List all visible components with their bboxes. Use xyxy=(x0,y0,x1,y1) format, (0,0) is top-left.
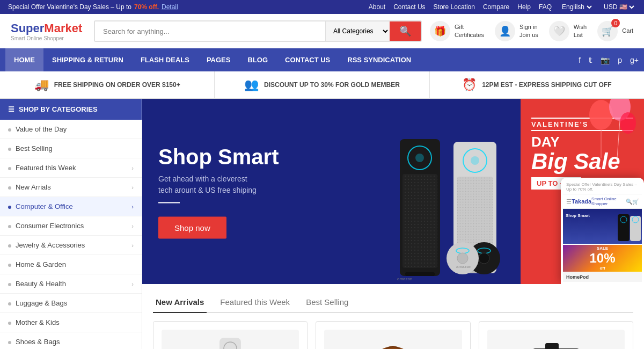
sidebar-item-jewelry[interactable]: Jewelry & Accessories › xyxy=(0,236,142,255)
phone-nav: ☰ Takada Smart Online Shopper 🔍 🛒 xyxy=(563,194,642,209)
menu-icon: ☰ xyxy=(8,105,14,113)
dot-icon xyxy=(8,186,11,190)
phone-cart-icon[interactable]: 🛒 xyxy=(632,199,639,205)
sidebar-item-shoes-bags[interactable]: Shoes & Bags xyxy=(0,332,142,349)
tab-new-arrivals[interactable]: New Arrivals xyxy=(153,292,207,313)
sidebar-item-luggage-bags[interactable]: Luggage & Bags xyxy=(0,294,142,312)
svg-point-2 xyxy=(415,154,424,162)
list-item: Consumer Electronics › xyxy=(0,216,142,236)
faq-link[interactable]: FAQ xyxy=(539,3,552,11)
chevron-right-icon: › xyxy=(131,242,134,249)
list-item: New Arrials › xyxy=(0,178,142,197)
list-item: Best Selling xyxy=(0,139,142,158)
sidebar-item-beauty-health[interactable]: Beauty & Health › xyxy=(0,274,142,293)
google-plus-icon[interactable]: g+ xyxy=(630,56,639,64)
hero-text: Shop Smart Get ahead with a cleverest te… xyxy=(158,144,279,238)
info-shipping-text: FREE SHIPPING ON ORDER OVER $150+ xyxy=(54,81,180,89)
nav-contact[interactable]: CONTACT US xyxy=(276,48,339,71)
shop-now-button[interactable]: Shop now xyxy=(158,216,226,238)
svg-point-12 xyxy=(471,156,479,165)
pinterest-icon[interactable]: p xyxy=(618,56,622,64)
sidebar-item-new-arrivals[interactable]: New Arrials › xyxy=(0,178,142,197)
dot-icon xyxy=(8,302,11,306)
gift-icon: 🎁 xyxy=(430,21,450,41)
list-item: Shoes & Bags xyxy=(0,332,142,349)
balloons-svg xyxy=(585,99,639,158)
compare-link[interactable]: Compare xyxy=(483,3,509,11)
twitter-icon[interactable]: 𝕥 xyxy=(589,56,592,64)
sidebar-item-best-selling[interactable]: Best Selling xyxy=(0,139,142,158)
phone-sale-off: off xyxy=(599,266,605,271)
svg-point-9 xyxy=(479,253,489,264)
svg-text:amazon: amazon xyxy=(456,264,471,269)
nav-pages[interactable]: PAGES xyxy=(198,48,239,71)
content-area: Shop Smart Get ahead with a cleverest te… xyxy=(142,99,644,349)
facebook-icon[interactable]: f xyxy=(579,56,581,64)
about-link[interactable]: About xyxy=(369,3,385,11)
nav-home[interactable]: HOME xyxy=(5,48,43,71)
tab-best-selling[interactable]: Best Selling xyxy=(303,292,351,313)
dot-icon xyxy=(8,244,11,248)
product-image-3 xyxy=(487,330,625,349)
info-discount: 👥 DISCOUNT UP TO 30% FOR GOLD MEMBER xyxy=(215,71,429,98)
search-button[interactable]: 🔍 xyxy=(390,21,421,41)
phone-hero-banner: Shop Smart xyxy=(563,209,642,244)
nav-blog[interactable]: BLOG xyxy=(239,48,276,71)
header: SuperMarket Smart Online Shopper All Cat… xyxy=(0,14,644,48)
phone-sale-label: SALE xyxy=(597,246,608,251)
speaker-group-left xyxy=(397,139,443,284)
product-card-3 xyxy=(479,321,633,349)
store-location-link[interactable]: Store Location xyxy=(434,3,475,11)
phone-sale-banner: SALE 10% off xyxy=(563,245,642,272)
top-bar-links: About Contact Us Store Location Compare … xyxy=(369,3,636,11)
sidebar-item-mother-kids[interactable]: Mother & Kids xyxy=(0,313,142,332)
cart-text: Cart xyxy=(622,27,633,35)
product-camera-svg xyxy=(526,335,586,349)
offer-discount: 70% off. xyxy=(134,3,159,11)
search-input[interactable] xyxy=(95,21,325,41)
product-image-1 xyxy=(162,330,299,349)
gift-certificates-button[interactable]: 🎁 GiftCertificates xyxy=(430,21,484,41)
top-bar: Special Offer Valentine's Day Sales – Up… xyxy=(0,0,644,14)
main-content: ☰ SHOP BY CATEGORIES Value of the Day Be… xyxy=(0,99,644,349)
dot-icon xyxy=(8,283,11,286)
dot-icon xyxy=(8,225,11,228)
heart-icon: 🤍 xyxy=(549,21,569,41)
currency-select[interactable]: USD 🇺🇸 xyxy=(602,3,636,11)
help-link[interactable]: Help xyxy=(517,3,531,11)
wishlist-button[interactable]: 🤍 WishList xyxy=(549,21,587,41)
sidebar-item-consumer-electronics[interactable]: Consumer Electronics › xyxy=(0,216,142,235)
search-category-select[interactable]: All Categories xyxy=(325,21,390,41)
sidebar-menu: Value of the Day Best Selling Featured t… xyxy=(0,120,142,349)
hero-section: Shop Smart Get ahead with a cleverest te… xyxy=(142,99,644,284)
language-select[interactable]: Englilsh xyxy=(560,3,594,11)
signin-button[interactable]: 👤 Sign inJoin us xyxy=(495,21,538,41)
sidebar-title: SHOP BY CATEGORIES xyxy=(19,105,98,113)
instagram-icon[interactable]: 📷 xyxy=(601,56,610,64)
nav-rss[interactable]: RSS SYNDICATION xyxy=(339,48,420,71)
product-tabs: New Arrivals Featured this Week Best Sel… xyxy=(153,292,633,313)
sidebar-item-home-garden[interactable]: Home & Garden xyxy=(0,255,142,274)
nav-shipping[interactable]: SHIPPING & RETURN xyxy=(43,48,132,71)
phone-search-icon[interactable]: 🔍 xyxy=(626,199,632,205)
product-card-1 xyxy=(153,321,308,349)
logo-name: SuperMarket xyxy=(11,21,86,35)
dot-icon xyxy=(8,322,11,325)
hero-divider xyxy=(158,202,180,203)
contact-us-link[interactable]: Contact Us xyxy=(393,3,425,11)
product-image-2 xyxy=(324,330,462,349)
sidebar-item-featured[interactable]: Featured this Week › xyxy=(0,158,142,177)
info-shipping-cutoff: ⏰ 12PM EST - EXPRESS SHIPPING CUT OFF xyxy=(430,71,644,98)
tab-featured-week[interactable]: Featured this Week xyxy=(217,292,292,313)
offer-text: Special Offer Valentine's Day Sales – Up… xyxy=(8,3,131,11)
sidebar-item-computer-office[interactable]: Computer & Office › xyxy=(0,197,142,216)
nav-flash-deals[interactable]: FLASH DEALS xyxy=(132,48,198,71)
detail-link[interactable]: Detail xyxy=(162,3,178,11)
info-discount-text: DISCOUNT UP TO 30% FOR GOLD MEMBER xyxy=(264,81,400,89)
cart-button[interactable]: 🛒 0 Cart xyxy=(597,21,633,41)
svg-rect-27 xyxy=(630,216,641,241)
sidebar-item-value-of-day[interactable]: Value of the Day xyxy=(0,120,142,139)
list-item: Computer & Office › xyxy=(0,197,142,216)
hero-subtitle2: tech arount & US free shiping xyxy=(158,185,279,194)
logo[interactable]: SuperMarket Smart Online Shopper xyxy=(11,21,86,41)
